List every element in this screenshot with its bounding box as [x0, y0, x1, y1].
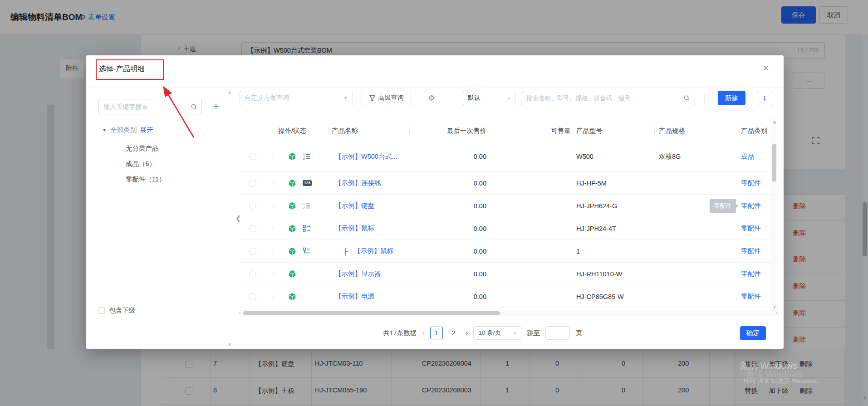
row-radio[interactable]	[249, 270, 256, 278]
view-select[interactable]: 默认 ∨	[463, 91, 515, 105]
product-cube-icon[interactable]	[288, 292, 297, 301]
table-vertical-scrollbar[interactable]: ∧ ∨	[771, 119, 777, 310]
numbered-list-icon[interactable]: 12	[303, 202, 311, 210]
row-radio[interactable]	[249, 180, 256, 187]
product-row[interactable]: ⋮ 12 123 【示例】键盘 0.00 HJ-JPH624-G 零配件 零配件	[240, 195, 779, 217]
caret-down-icon[interactable]: ▼	[102, 127, 107, 132]
product-category-link[interactable]: 零配件	[741, 224, 761, 233]
product-name-link[interactable]: 【示例】W500台式...	[335, 152, 397, 161]
product-category-link[interactable]: 零配件	[741, 247, 761, 255]
product-row[interactable]: ⋮ 12 123 【示例】连接线 0.00 HJ-HF-5M 零配件	[240, 172, 779, 195]
number-badge-icon[interactable]: 123	[303, 180, 312, 186]
product-cube-icon[interactable]	[288, 269, 297, 279]
product-name-link[interactable]: 【示例】鼠标	[335, 224, 374, 233]
numbered-list-icon[interactable]: 12	[303, 152, 311, 161]
include-sub-checkbox[interactable]	[98, 307, 105, 314]
row-radio[interactable]	[249, 225, 256, 232]
row-radio[interactable]	[249, 153, 256, 160]
bom-structure-icon[interactable]	[303, 225, 311, 233]
header-model[interactable]: 产品型号	[573, 119, 655, 142]
scroll-down-icon[interactable]: ∨	[773, 304, 776, 310]
product-category-link[interactable]: 零配件	[741, 201, 761, 210]
chevron-down-icon: ∨	[513, 330, 516, 336]
row-radio[interactable]	[249, 248, 256, 255]
bom-substructure-icon[interactable]	[303, 247, 311, 255]
product-row[interactable]: ⋮ 12 123 【示例】电源 0.00 HJ-CP85G85-W 零配件	[240, 285, 779, 308]
jump-page-input[interactable]	[545, 326, 570, 340]
scroll-up-icon[interactable]: ∧	[228, 90, 231, 96]
product-cube-icon[interactable]	[288, 152, 297, 161]
tree-category-item[interactable]: 成品（6）	[126, 156, 166, 171]
product-category-link[interactable]: 零配件	[741, 269, 761, 278]
product-cube-icon[interactable]	[288, 201, 297, 210]
product-row[interactable]: ⋮ 12 123 【示例】W500台式... 0.00 W500 双核8G 成品	[240, 142, 779, 172]
new-product-button[interactable]: 新建	[718, 91, 745, 105]
tree-expand-link[interactable]: 展开	[140, 126, 153, 134]
product-name-link[interactable]: 【示例】连接线	[335, 179, 381, 187]
table-horizontal-scrollbar[interactable]: ‹ ›	[240, 310, 779, 316]
page-size-select[interactable]: 10 条/页 ∨	[473, 326, 521, 340]
product-model-value: HJ-JPH624-G	[576, 202, 617, 210]
last-price-value: 0.00	[474, 225, 486, 232]
modal-body-scrollbar[interactable]: ∧ ∨	[226, 89, 234, 348]
header-price[interactable]: 最后一次售价	[410, 119, 495, 142]
drag-handle-icon[interactable]: ⋮	[270, 270, 275, 277]
scheme-select[interactable]: 自定义方案查询 ▼	[240, 91, 353, 105]
product-name-link[interactable]: 【示例】鼠标	[354, 247, 393, 255]
product-name-link[interactable]: 【示例】显示器	[335, 269, 381, 278]
product-cube-icon[interactable]	[288, 179, 297, 188]
product-category-link[interactable]: 零配件	[741, 292, 761, 301]
gear-icon[interactable]: ⚙	[428, 93, 435, 103]
next-page-icon[interactable]: ›	[466, 328, 468, 338]
row-radio[interactable]	[249, 202, 256, 210]
tree-root-row[interactable]: ▼ 全部类别 展开	[102, 126, 153, 134]
product-category-link[interactable]: 零配件	[741, 179, 761, 187]
confirm-button[interactable]: 确定	[740, 326, 766, 340]
header-ops[interactable]: 操作/状态	[266, 119, 329, 142]
product-name-link[interactable]: 【示例】电源	[335, 292, 374, 301]
header-select-col	[240, 119, 266, 142]
last-price-value: 0.00	[474, 202, 486, 210]
tree-search-input[interactable]	[99, 99, 186, 114]
scroll-down-icon[interactable]: ∨	[228, 341, 231, 347]
drag-handle-icon[interactable]: ⋮	[270, 180, 275, 186]
scroll-left-icon[interactable]: ‹	[239, 310, 240, 315]
search-icon[interactable]	[186, 99, 201, 114]
drag-handle-icon[interactable]: ⋮	[270, 153, 275, 160]
product-row[interactable]: ⋮ 12 123 【示例】显示器 0.00 HJ-RH11010-W 零配件	[240, 263, 779, 285]
page-number-2[interactable]: 2	[447, 327, 460, 339]
product-cube-icon[interactable]	[288, 224, 297, 233]
tree-category-item[interactable]: 零配件（11）	[126, 171, 166, 187]
product-category-link[interactable]: 成品	[741, 152, 754, 161]
svg-text:2: 2	[303, 157, 305, 160]
page-number-1[interactable]: 1	[430, 327, 443, 339]
scroll-up-icon[interactable]: ∧	[773, 119, 776, 125]
pagination-total: 共17条数据	[383, 329, 417, 338]
product-cube-icon[interactable]	[288, 247, 297, 256]
tree-category-item[interactable]: 无分类产品	[126, 141, 166, 156]
product-row[interactable]: ⋮ 12 123 ├ 【示例】鼠标 0.00 1 零配件	[240, 240, 779, 263]
row-radio[interactable]	[249, 293, 256, 300]
product-search-input[interactable]	[521, 95, 679, 102]
scroll-right-icon[interactable]: ›	[775, 310, 777, 315]
jump-label: 跳至	[527, 329, 540, 338]
add-category-button[interactable]: +	[209, 99, 223, 113]
header-name[interactable]: 产品名称	[329, 119, 410, 142]
drag-handle-icon[interactable]: ⋮	[270, 293, 275, 300]
advanced-query-button[interactable]: 高级查询	[362, 91, 411, 105]
product-name-link[interactable]: 【示例】键盘	[335, 201, 374, 210]
drag-handle-icon[interactable]: ⋮	[270, 248, 275, 254]
product-row[interactable]: ⋮ 12 123 【示例】鼠标 0.00 HJ-JPH24-4T 零配件	[240, 217, 779, 240]
more-actions-icon[interactable]: ⋮	[757, 91, 772, 105]
drag-handle-icon[interactable]: ⋮	[270, 202, 275, 209]
close-icon[interactable]: ×	[763, 63, 769, 73]
tree-root-label[interactable]: 全部类别	[110, 126, 137, 134]
header-spec[interactable]: 产品规格	[655, 119, 737, 142]
drag-handle-icon[interactable]: ⋮	[270, 225, 275, 232]
prev-page-icon[interactable]: ‹	[422, 328, 425, 338]
header-qty[interactable]: 可售量	[495, 119, 573, 142]
search-icon[interactable]	[679, 95, 695, 102]
table-vscroll-thumb[interactable]	[772, 144, 776, 182]
table-hscroll-thumb[interactable]	[243, 311, 500, 315]
product-search-box	[521, 91, 695, 105]
